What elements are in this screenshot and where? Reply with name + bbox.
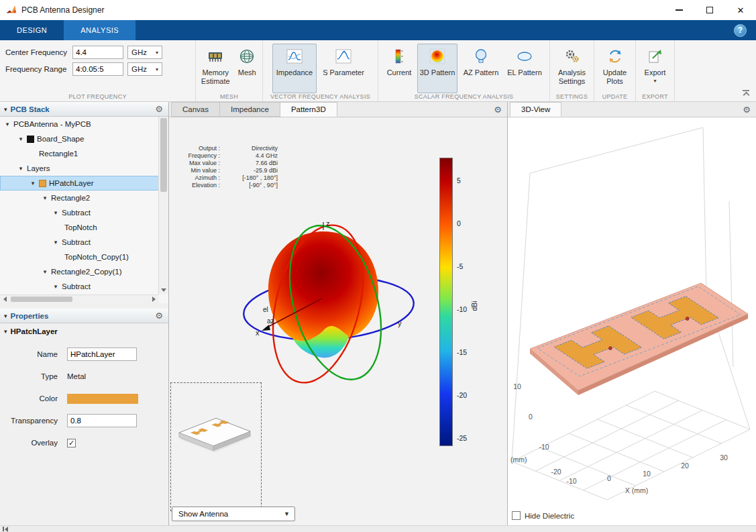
scroll-right-button[interactable] [149,295,158,303]
el-pattern-button[interactable]: EL Pattern [504,44,545,93]
help-button[interactable]: ? [734,24,747,37]
x-axis-arrow-icon [262,325,270,331]
center-frequency-unit: GHz [131,48,147,56]
minimize-button[interactable] [663,0,694,20]
tab-pattern3d[interactable]: Pattern3D [280,102,337,117]
current-button[interactable]: Current [383,44,415,93]
caret-down-icon[interactable]: ▾ [4,106,7,113]
collapse-ribbon-button[interactable] [743,90,749,97]
gear-icon[interactable]: ⚙ [494,105,502,114]
color-swatch[interactable] [67,394,138,404]
tree-item-hpatchlayer[interactable]: ▾ HPatchLayer [0,176,168,191]
tab-design[interactable]: DESIGN [0,20,64,40]
el-axis-label: el [263,306,268,313]
name-input[interactable] [67,348,137,361]
mesh-button[interactable]: Mesh [234,44,260,93]
caret-down-icon[interactable]: ▾ [42,195,48,201]
caret-down-icon[interactable]: ▾ [17,136,24,142]
section-plot-frequency: Center Frequency GHz ▾ Frequency Range G… [0,40,196,101]
tree-item-layers[interactable]: ▾ Layers [0,161,168,176]
caret-down-icon[interactable]: ▾ [52,239,59,246]
properties-header: ▾ Properties ⚙ [0,309,168,323]
colorbar-tick: -25 [457,434,467,442]
tree-item-subtract-1[interactable]: ▾ Subtract [0,205,168,220]
tab-3d-view[interactable]: 3D-View [510,102,561,117]
y-axis-label: (mm) [510,456,527,464]
section-update: Update Plots UPDATE [594,40,636,101]
scroll-down-button[interactable] [159,286,168,295]
triangle-right-icon [152,297,156,302]
pcb-antenna-designer-window: PCB Antenna Designer ✕ DESIGN ANALYSIS ?… [0,0,756,532]
tab-impedance[interactable]: Impedance [220,102,280,117]
dropdown-arrow-icon: ▼ [284,511,290,517]
scrollbar-thumb[interactable] [11,297,72,302]
pattern3d-plot[interactable]: z x y el az [236,217,424,398]
gear-icon[interactable]: ⚙ [743,105,751,114]
frequency-range-unit-dropdown[interactable]: GHz ▾ [127,62,162,76]
pcb-3d-plot[interactable]: 10 0 -10 -20 (mm) -10 0 10 20 30 X (mm) [508,117,756,525]
center-frequency-label: Center Frequency [5,48,68,56]
scroll-left-button[interactable] [0,295,9,303]
caret-down-icon[interactable]: ▾ [52,283,59,290]
hide-dielectric-checkbox[interactable] [512,511,521,520]
close-button[interactable]: ✕ [725,0,756,20]
tree-horizontal-scrollbar[interactable] [0,295,158,303]
update-plots-button[interactable]: Update Plots [598,44,633,93]
export-button[interactable]: Export ▾ [639,44,671,93]
board-shape-color-icon [27,136,34,143]
impedance-button[interactable]: Impedance [272,44,317,93]
tree-item-subtract-3[interactable]: ▾ Subtract [0,279,168,294]
tab-canvas[interactable]: Canvas [171,102,220,117]
properties-layer-subheader[interactable]: ▾ HPatchLayer [0,323,168,339]
ribbon-tabbar: DESIGN ANALYSIS ? [0,20,756,40]
tree-item-rectangle2[interactable]: ▾ Rectangle2 [0,191,168,205]
x-tick-label: 20 [681,462,689,470]
tree-label: TopNotch_Copy(1) [64,253,129,261]
triangle-down-icon [161,288,166,292]
tree-label: Subtract [62,209,91,217]
s-parameter-button[interactable]: S Parameter [319,44,368,93]
tree-item-board-shape[interactable]: ▾ Board_Shape [0,131,168,146]
tree-item-subtract-2[interactable]: ▾ Subtract [0,235,168,250]
center-frequency-input[interactable] [72,46,123,59]
x-tick-label: 30 [720,454,728,462]
gear-icon[interactable]: ⚙ [155,105,163,113]
tree-vertical-scrollbar[interactable] [158,117,168,295]
memory-estimate-button[interactable]: Memory Estimate [199,44,232,93]
caret-down-icon[interactable]: ▾ [52,209,59,216]
y-axis-label: y [398,319,402,327]
caret-down-icon[interactable]: ▾ [4,121,11,127]
gear-icon[interactable]: ⚙ [155,311,163,320]
tree-item-rectangle1[interactable]: Rectangle1 [0,146,168,161]
tree-item-pcbantenna[interactable]: ▾ PCBAntenna - MyPCB [0,117,168,131]
ribbon: Center Frequency GHz ▾ Frequency Range G… [0,40,756,102]
caret-down-icon[interactable]: ▾ [30,180,36,187]
frequency-range-unit: GHz [131,65,147,73]
matlab-logo-icon [5,5,17,16]
frequency-range-input[interactable] [72,62,123,76]
overlay-checkbox[interactable]: ✓ [67,439,76,447]
ribbon-filler [675,40,756,101]
close-icon: ✕ [737,5,745,15]
center-frequency-unit-dropdown[interactable]: GHz ▾ [127,46,162,59]
window-title: PCB Antenna Designer [21,5,104,15]
scrollbar-thumb[interactable] [160,118,167,192]
analysis-settings-button[interactable]: Analysis Settings [553,44,591,93]
transparency-input[interactable] [67,414,137,427]
collapse-sidebar-button[interactable] [3,527,8,532]
x-tick-label: 0 [607,474,611,482]
tree-item-topnotch-copy[interactable]: TopNotch_Copy(1) [0,250,168,264]
caret-down-icon[interactable]: ▾ [42,268,48,275]
maximize-button[interactable] [694,0,725,20]
pattern3d-button[interactable]: 3D Pattern [417,44,457,93]
az-pattern-button[interactable]: AZ Pattern [460,44,502,93]
caret-down-icon[interactable]: ▾ [4,313,7,319]
pcb-stack-header: ▾ PCB Stack ⚙ [0,102,168,117]
tree-item-topnotch[interactable]: TopNotch [0,220,168,235]
caret-down-icon[interactable]: ▾ [17,165,24,172]
tree-label: Board_Shape [37,135,84,143]
show-antenna-dropdown[interactable]: Show Antenna ▼ [172,507,295,521]
x-axis-label: x [256,329,260,337]
tree-item-rectangle2-copy[interactable]: ▾ Rectangle2_Copy(1) [0,264,168,279]
tab-analysis[interactable]: ANALYSIS [64,20,136,40]
